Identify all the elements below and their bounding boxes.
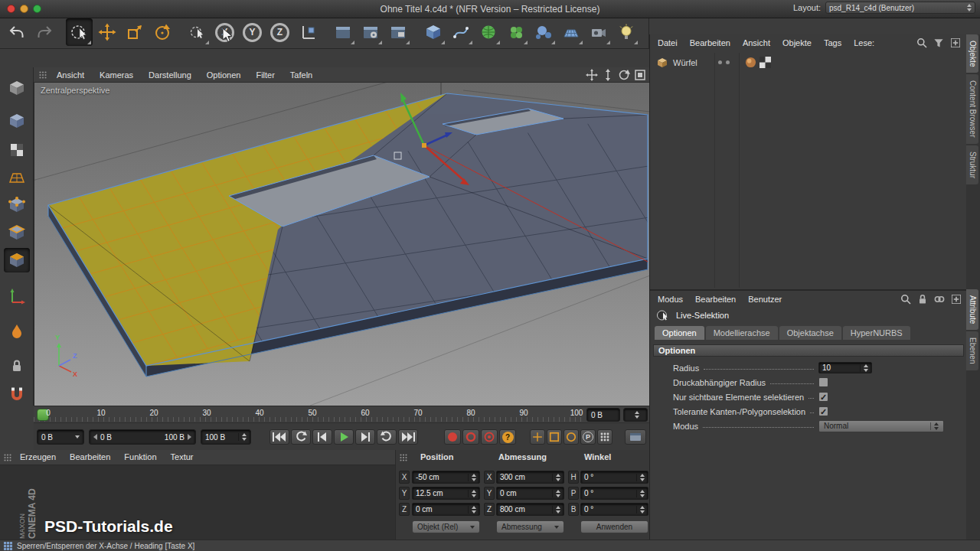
add-array-button[interactable] — [530, 18, 557, 46]
preview-range[interactable]: 0 B 100 B — [89, 429, 196, 445]
mat-menu-erzeugen[interactable]: Erzeugen — [14, 449, 62, 465]
visible-only-checkbox[interactable]: ✓ — [818, 392, 828, 402]
dolly-view-icon[interactable] — [602, 69, 614, 81]
texture-paint-button[interactable] — [4, 319, 30, 344]
range-right-arrow-icon[interactable] — [188, 434, 191, 440]
render-visibility-dot[interactable] — [726, 60, 730, 64]
redo-button[interactable] — [31, 18, 57, 46]
last-tool-button[interactable] — [184, 18, 211, 46]
size-x-field[interactable]: 300 cm — [496, 471, 564, 484]
record-keyframe-button[interactable] — [444, 429, 461, 445]
filter-icon[interactable] — [933, 37, 945, 49]
scale-button[interactable] — [121, 18, 148, 46]
tab-modellierachse[interactable]: Modellierachse — [706, 326, 778, 340]
object-row-wuerfel[interactable]: Würfel — [650, 56, 967, 70]
render-queue-button[interactable] — [384, 18, 411, 46]
size-y-field[interactable]: 0 cm — [496, 487, 564, 500]
lock-icon[interactable] — [916, 293, 929, 305]
rotate-view-icon[interactable] — [618, 69, 630, 81]
viewport-canvas[interactable]: Y X Z Zentralperspektive — [34, 83, 649, 406]
uvw-tag-icon[interactable] — [760, 57, 771, 68]
phong-tag-icon[interactable] — [745, 57, 756, 68]
side-tab-struktur[interactable]: Struktur — [966, 145, 978, 184]
side-tab-content-browser[interactable]: Content Browser — [966, 74, 978, 143]
vp-menu-ansicht[interactable]: Ansicht — [49, 67, 92, 83]
coord-mode-dropdown[interactable]: Objekt (Rel) — [412, 520, 480, 533]
pan-view-icon[interactable] — [586, 69, 598, 81]
workplane-mode-button[interactable] — [4, 165, 30, 190]
vp-menu-kameras[interactable]: Kameras — [92, 67, 141, 83]
prev-key-button[interactable] — [291, 429, 311, 445]
texture-mode-button[interactable] — [4, 138, 30, 162]
render-settings-button[interactable] — [357, 18, 384, 46]
record-rotation-toggle[interactable] — [564, 429, 579, 445]
tab-hypernurbs[interactable]: HyperNURBS — [843, 326, 910, 340]
model-mode-button[interactable] — [4, 109, 30, 133]
next-frame-button[interactable] — [355, 429, 375, 445]
mat-menu-bearbeiten[interactable]: Bearbeiten — [64, 449, 116, 465]
record-position-toggle[interactable] — [530, 429, 545, 445]
minimize-button[interactable] — [20, 5, 28, 13]
add-camera-button[interactable] — [585, 18, 612, 46]
add-panel-icon[interactable] — [950, 293, 962, 305]
timeline-ruler[interactable]: 0 10 20 30 40 50 60 70 80 90 100 0 B — [34, 406, 649, 422]
toggle-view-icon[interactable] — [634, 69, 646, 81]
lock-z-button[interactable]: Z — [266, 18, 293, 46]
layout-select[interactable]: psd_R14_c4d (Benutzer) — [825, 2, 975, 14]
tab-optionen[interactable]: Optionen — [655, 326, 704, 340]
live-selection-button[interactable] — [66, 18, 93, 46]
edges-mode-button[interactable] — [4, 220, 30, 245]
snap-button[interactable] — [4, 383, 30, 407]
side-tab-attribute[interactable]: Attribute — [966, 289, 978, 330]
radius-field[interactable]: 10 — [818, 362, 872, 373]
keyframe-selection-button[interactable] — [481, 429, 498, 445]
search-icon[interactable] — [900, 293, 912, 305]
record-parameter-toggle[interactable]: P — [580, 429, 596, 445]
editor-visibility-dot[interactable] — [718, 60, 722, 64]
angle-h-field[interactable]: 0 ° — [580, 471, 648, 484]
link-icon[interactable] — [933, 293, 946, 305]
points-mode-button[interactable] — [4, 193, 30, 217]
range-left-arrow-icon[interactable] — [93, 434, 97, 440]
goto-end-button[interactable] — [398, 429, 418, 445]
tolerant-selection-checkbox[interactable]: ✓ — [818, 406, 828, 416]
goto-start-button[interactable] — [270, 429, 289, 445]
size-mode-dropdown[interactable]: Abmessung — [496, 520, 564, 533]
record-scale-toggle[interactable] — [547, 429, 562, 445]
current-frame-field[interactable]: 0 B — [586, 408, 620, 422]
frame-stepper[interactable] — [623, 408, 648, 422]
om-menu-bearbeiten[interactable]: Bearbeiten — [684, 34, 737, 51]
angle-p-field[interactable]: 0 ° — [580, 487, 648, 500]
mat-menu-textur[interactable]: Textur — [165, 449, 200, 465]
render-view-button[interactable] — [329, 18, 356, 46]
prev-frame-button[interactable] — [312, 429, 332, 445]
side-tab-objekte[interactable]: Objekte — [966, 34, 978, 73]
search-icon[interactable] — [916, 37, 928, 49]
section-header-optionen[interactable]: Optionen — [653, 344, 964, 357]
panel-grip-icon[interactable] — [38, 70, 47, 80]
mat-menu-funktion[interactable]: Funktion — [118, 449, 162, 465]
play-button[interactable] — [334, 429, 354, 445]
next-key-button[interactable] — [377, 429, 397, 445]
lock-y-button[interactable]: Y — [239, 18, 266, 46]
add-hypernurbs-button[interactable] — [475, 18, 501, 46]
autokey-button[interactable] — [462, 429, 479, 445]
om-menu-tags[interactable]: Tags — [818, 34, 848, 51]
add-cube-button[interactable] — [420, 18, 446, 46]
pos-z-field[interactable]: 0 cm — [412, 503, 480, 516]
am-menu-modus[interactable]: Modus — [652, 291, 689, 308]
size-z-field[interactable]: 800 cm — [496, 503, 564, 516]
pressure-radius-checkbox[interactable] — [818, 377, 828, 387]
om-menu-lesezeichen[interactable]: Lese: — [848, 34, 880, 51]
vp-menu-darstellung[interactable]: Darstellung — [141, 67, 199, 83]
panel-grip-icon[interactable] — [3, 453, 12, 462]
keyframe-help-button[interactable]: ? — [499, 429, 516, 445]
am-menu-bearbeiten[interactable]: Bearbeiten — [689, 291, 742, 308]
coordinate-system-button[interactable] — [294, 18, 321, 46]
polygons-mode-button[interactable] — [4, 248, 30, 272]
axis-mode-button[interactable] — [4, 284, 30, 308]
add-light-button[interactable] — [612, 18, 639, 46]
am-menu-benutzer[interactable]: Benutzer — [742, 291, 788, 308]
apply-button[interactable]: Anwenden — [580, 520, 648, 533]
selection-mode-dropdown[interactable]: Normal — [818, 420, 944, 432]
